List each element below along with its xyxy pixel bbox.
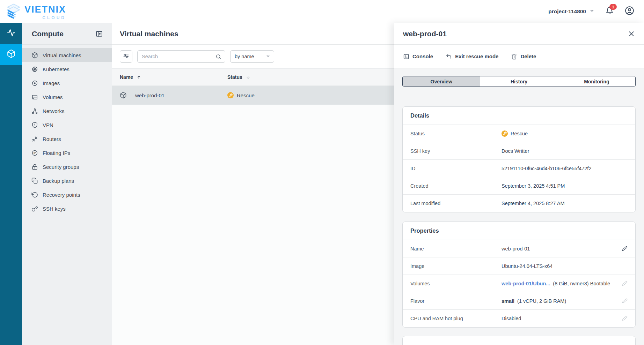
column-header-name[interactable]: Name xyxy=(120,74,227,80)
shield-icon xyxy=(31,122,38,128)
sidebar-item-vpn[interactable]: VPN xyxy=(22,118,112,132)
exit-rescue-mode-button[interactable]: Exit rescue mode xyxy=(446,53,498,60)
edit-pencil-icon[interactable] xyxy=(622,316,628,321)
properties-card: Properties Name web-prod-01 Image Ubuntu… xyxy=(402,222,636,328)
sidebar-item-label: Security groups xyxy=(43,164,79,170)
row-label: SSH key xyxy=(410,148,502,154)
ip-circle-icon: IP xyxy=(31,150,38,156)
vm-status: Rescue xyxy=(237,92,255,98)
brand-logo: VIETNIX CLOUD xyxy=(6,3,66,20)
sidebar-item-label: Images xyxy=(43,80,60,86)
row-label: Image xyxy=(410,263,502,269)
cube-icon xyxy=(7,49,16,60)
close-panel-button[interactable] xyxy=(628,30,635,37)
sidebar-item-label: Volumes xyxy=(43,94,63,100)
row-label: Volumes xyxy=(410,281,502,286)
activity-icon xyxy=(7,29,15,38)
brand-name: VIETNIX xyxy=(24,5,66,14)
search-input[interactable] xyxy=(142,54,215,59)
exit-rescue-label: Exit rescue mode xyxy=(455,53,498,59)
column-status-label: Status xyxy=(227,74,242,80)
details-card: Details Status Rescue SSH key Docs Writt… xyxy=(402,106,636,212)
page-title: Virtual machines xyxy=(120,30,178,38)
properties-card-title: Properties xyxy=(403,222,635,240)
sidebar-item-label: Virtual machines xyxy=(43,52,81,58)
user-menu-button[interactable] xyxy=(625,6,634,17)
row-name-cell: web-prod-01 xyxy=(120,92,227,99)
property-row-name: Name web-prod-01 xyxy=(403,240,635,257)
edit-pencil-icon[interactable] xyxy=(622,281,628,286)
row-label: Flavor xyxy=(410,298,502,304)
row-label: Status xyxy=(410,131,502,136)
console-button[interactable]: Console xyxy=(403,53,433,60)
sidebar-item-kubernetes[interactable]: Kubernetes xyxy=(22,62,112,76)
sidebar-item-label: Backup plans xyxy=(43,178,74,184)
rail-item-compute[interactable] xyxy=(0,44,22,65)
sidebar-item-networks[interactable]: Networks xyxy=(22,104,112,118)
row-label: Last modified xyxy=(410,201,502,206)
sort-ascending-icon xyxy=(137,75,141,80)
sort-by-select[interactable]: by name xyxy=(230,50,274,63)
tab-overview[interactable]: Overview xyxy=(403,76,480,87)
detail-row-id: ID 52191110-0f6c-46d4-b106-6fce55f472f2 xyxy=(403,160,635,177)
volume-extra: (8 GiB, nvmer3) Bootable xyxy=(553,281,610,286)
project-selector[interactable]: project-114800 xyxy=(548,8,594,15)
return-arrow-icon xyxy=(446,53,452,60)
sidebar-item-virtual-machines[interactable]: Virtual machines xyxy=(22,48,112,62)
sidebar-item-security-groups[interactable]: Security groups xyxy=(22,160,112,174)
tab-monitoring[interactable]: Monitoring xyxy=(558,76,635,87)
lock-icon xyxy=(31,164,38,170)
property-row-flavor: Flavor small (1 vCPU, 2 GiB RAM) xyxy=(403,292,635,310)
delete-button[interactable]: Delete xyxy=(511,53,536,60)
detail-row-status: Status Rescue xyxy=(403,125,635,142)
disc-icon xyxy=(31,80,38,87)
panel-title: web-prod-01 xyxy=(403,30,447,38)
sidebar-item-label: Networks xyxy=(43,108,65,114)
flavor-extra: (1 vCPU, 2 GiB RAM) xyxy=(517,298,566,304)
row-status-cell: Rescue xyxy=(227,92,255,98)
sidebar-item-backup-plans[interactable]: Backup plans xyxy=(22,174,112,188)
trash-icon xyxy=(511,53,517,60)
next-card-partial xyxy=(402,336,636,345)
rail-item-monitoring[interactable] xyxy=(0,23,22,44)
brand-layers-icon xyxy=(6,3,22,20)
bell-icon xyxy=(606,10,614,16)
sidebar-item-recovery-points[interactable]: Recovery points xyxy=(22,188,112,202)
row-value: September 4, 2025 8:27 AM xyxy=(502,201,628,206)
sort-descending-icon xyxy=(246,75,250,80)
console-label: Console xyxy=(412,53,433,59)
sidebar-item-volumes[interactable]: Volumes xyxy=(22,90,112,104)
sidebar-item-routers[interactable]: Routers xyxy=(22,132,112,146)
sidebar-item-images[interactable]: Images xyxy=(22,76,112,90)
row-value: Disabled xyxy=(502,316,622,321)
tab-history[interactable]: History xyxy=(480,76,557,87)
sidebar-item-floating-ips[interactable]: IP Floating IPs xyxy=(22,146,112,160)
property-row-volumes: Volumes web-prod-01/Ubun... (8 GiB, nvme… xyxy=(403,275,635,292)
delete-label: Delete xyxy=(520,53,536,59)
cube-icon xyxy=(120,92,127,99)
panel-tabs: Overview History Monitoring xyxy=(402,76,636,87)
cube-icon xyxy=(31,52,38,59)
project-label: project-114800 xyxy=(548,8,586,15)
edit-pencil-icon[interactable] xyxy=(622,298,628,304)
topbar: VIETNIX CLOUD project-114800 1 xyxy=(0,0,644,23)
helm-icon xyxy=(31,66,38,73)
search-icon xyxy=(215,54,221,60)
chevron-down-icon xyxy=(590,8,594,15)
filter-button[interactable] xyxy=(120,50,132,63)
volume-link[interactable]: web-prod-01/Ubun... xyxy=(502,281,550,286)
drive-icon xyxy=(31,94,38,100)
property-row-hotplug: CPU and RAM hot plug Disabled xyxy=(403,310,635,327)
table-header: Name Status xyxy=(112,68,394,86)
collapse-sidebar-button[interactable] xyxy=(95,30,103,38)
list-empty-area xyxy=(112,105,394,345)
sidebar-item-ssh-keys[interactable]: SSH keys xyxy=(22,202,112,216)
notifications-button[interactable]: 1 xyxy=(606,7,614,16)
column-header-status[interactable]: Status xyxy=(227,74,250,80)
edit-pencil-icon[interactable] xyxy=(622,246,628,252)
vm-name: web-prod-01 xyxy=(135,92,164,98)
sliders-icon xyxy=(123,53,129,60)
row-label: CPU and RAM hot plug xyxy=(410,316,502,321)
topbar-right: project-114800 1 xyxy=(548,6,634,17)
table-row[interactable]: web-prod-01 Rescue xyxy=(112,86,394,105)
